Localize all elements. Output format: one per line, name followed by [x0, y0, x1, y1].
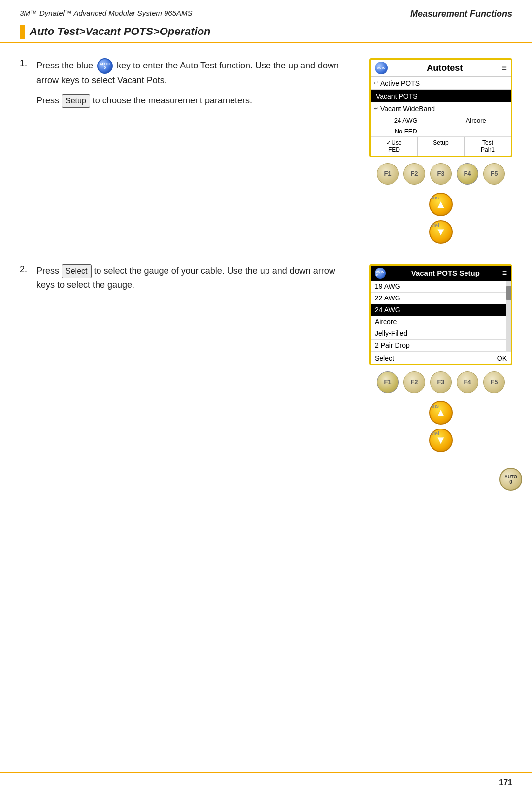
list-item-aircore[interactable]: Aircore [371, 316, 506, 328]
pair2-cell1: No FED [371, 126, 441, 136]
fkey-f1[interactable]: F1 [377, 163, 399, 185]
bottom-cell-2[interactable]: Setup [418, 137, 465, 156]
vacant-pots-screen: AUTO0 Vacant POTS Setup ≡ 19 AWG 22 AWG … [369, 264, 512, 365]
ok-button[interactable]: OK [497, 354, 507, 362]
autotest-bottom-bar: ✓Use FED Setup Test Pair1 [371, 137, 511, 156]
vacant-pots-header: AUTO0 Vacant POTS Setup ≡ [371, 266, 511, 281]
fkey2-f5[interactable]: F5 [483, 371, 505, 393]
step1-body: Press the blue AUTO0 key to enter the Au… [36, 58, 350, 115]
auto-side-button[interactable]: AUTO 0 [499, 468, 522, 491]
page-header: 3M™ Dynatel™ Advanced Modular System 965… [0, 0, 532, 24]
step1-text4: to choose the measurement parameters. [93, 96, 252, 105]
list-item-jelly[interactable]: Jelly-Filled [371, 328, 506, 340]
title-accent-bar [20, 25, 25, 39]
step1-text: 1. Press the blue AUTO0 key to enter the… [20, 58, 350, 250]
vacant-pots-menu-icon[interactable]: ≡ [502, 269, 507, 278]
arrows1: ins ▲ del ▼ [429, 191, 453, 246]
section1-right: AUTO Autotest ≡ ↵ Active POTS Vacant POT… [369, 58, 512, 250]
autotest-screen: AUTO Autotest ≡ ↵ Active POTS Vacant POT… [369, 58, 512, 157]
autotest-row-2[interactable]: Vacant POTS [371, 90, 511, 102]
bottom3-line1: Test [466, 139, 510, 146]
auto-icon: AUTO [375, 62, 388, 74]
down-arrow-button[interactable]: del ▼ [429, 220, 453, 244]
auto-icon-label: AUTO [377, 66, 386, 69]
step2-block: 2. Press Select to select the gauge of y… [20, 264, 350, 298]
row1-label: Active POTS [380, 79, 508, 87]
section2: 2. Press Select to select the gauge of y… [0, 255, 532, 458]
auto-side-num: 0 [509, 479, 512, 485]
page-footer: 171 [0, 772, 532, 792]
title-prefix: Auto Test>Vacant POTS> [30, 25, 160, 37]
fkeys-row-1: F1 F2 F3 F4 F5 [377, 163, 505, 185]
pair1-cell2: Aircore [441, 115, 511, 126]
list-item-24awg[interactable]: 24 AWG [371, 304, 506, 316]
fkey-f5[interactable]: F5 [483, 163, 505, 185]
scrollbar-thumb [506, 286, 511, 300]
autotest-pair-row2: No FED [371, 126, 511, 137]
step2-text1: Press [36, 266, 59, 276]
autotest-screen-header: AUTO Autotest ≡ [371, 60, 511, 77]
row1-icon: ↵ [374, 80, 378, 86]
up-arrow-button-2[interactable]: ins ▲ [429, 401, 453, 425]
title-bar: Auto Test>Vacant POTS>Operation [0, 24, 532, 43]
row3-icon: ↵ [374, 105, 378, 112]
list-item-2pair[interactable]: 2 Pair Drop [371, 340, 506, 352]
menu-icon[interactable]: ≡ [501, 63, 507, 73]
vacant-pots-title: Vacant POTS Setup [411, 269, 480, 277]
autotest-row-1: ↵ Active POTS [371, 77, 511, 90]
autotest-title: Autotest [388, 63, 501, 73]
select-button[interactable]: Select [375, 354, 394, 362]
list-item-19awg[interactable]: 19 AWG [371, 281, 506, 293]
step1-para1: Press the blue AUTO0 key to enter the Au… [36, 58, 350, 87]
fkey2-f3[interactable]: F3 [430, 371, 452, 393]
setup-button-inline[interactable]: Setup [62, 94, 90, 108]
pair2-cell2 [441, 126, 511, 136]
bottom1-line2: FED [372, 146, 416, 153]
fkey-f2[interactable]: F2 [403, 163, 425, 185]
autotest-row-3: ↵ Vacant WideBand [371, 102, 511, 115]
pair1-cell1: 24 AWG [371, 115, 441, 126]
step1-text1: Press the blue [36, 61, 93, 70]
auto-key-icon: AUTO0 [97, 58, 113, 74]
step1-block: 1. Press the blue AUTO0 key to enter the… [20, 58, 350, 115]
step2-para1: Press Select to select the gauge of your… [36, 264, 350, 292]
step1-number: 1. [20, 58, 32, 115]
bottom-cell-1[interactable]: ✓Use FED [371, 137, 418, 156]
section1: 1. Press the blue AUTO0 key to enter the… [0, 43, 532, 250]
fkeys-row-2: F1 F2 F3 F4 F5 [377, 371, 505, 393]
fkey2-f4[interactable]: F4 [457, 371, 478, 393]
header-product-name: 3M™ Dynatel™ Advanced Modular System 965… [20, 9, 192, 17]
bottom1-line1: ✓Use [372, 139, 416, 146]
bottom2-line2: Setup [419, 139, 463, 146]
row2-label: Vacant POTS [376, 92, 508, 100]
page-title: Auto Test>Vacant POTS>Operation [30, 25, 211, 38]
scrollbar[interactable] [506, 281, 511, 352]
fkey2-f2[interactable]: F2 [403, 371, 425, 393]
row3-label: Vacant WideBand [380, 105, 508, 113]
step2-text: 2. Press Select to select the gauge of y… [20, 264, 350, 458]
arrows2: ins ▲ del ▼ [429, 399, 453, 454]
step2-number: 2. [20, 264, 32, 298]
fkey-f4[interactable]: F4 [457, 163, 478, 185]
fkey-f3[interactable]: F3 [430, 163, 452, 185]
step1-text3: Press [36, 96, 59, 105]
title-bold: Operation [160, 25, 211, 37]
select-button-inline[interactable]: Select [62, 264, 91, 278]
step2-body: Press Select to select the gauge of your… [36, 264, 350, 298]
down-arrow-button-2[interactable]: del ▼ [429, 429, 453, 452]
vacant-pots-bottom: Select OK [371, 352, 511, 364]
bottom3-line2: Pair1 [466, 146, 510, 153]
fkey2-f1[interactable]: F1 [377, 371, 399, 393]
up-arrow-button[interactable]: ins ▲ [429, 193, 453, 216]
list-item-22awg[interactable]: 22 AWG [371, 293, 506, 304]
vacant-pots-list-container: 19 AWG 22 AWG 24 AWG Aircore Jelly-Fille… [371, 281, 511, 352]
auto-side-label: AUTO [504, 474, 517, 479]
header-section-title: Measurement Functions [410, 9, 512, 19]
auto-icon-2: AUTO0 [375, 268, 386, 279]
page-number: 171 [499, 778, 512, 787]
section2-right: AUTO0 Vacant POTS Setup ≡ 19 AWG 22 AWG … [369, 264, 512, 458]
bottom-cell-3[interactable]: Test Pair1 [465, 137, 511, 156]
vacant-pots-list: 19 AWG 22 AWG 24 AWG Aircore Jelly-Fille… [371, 281, 506, 352]
step1-para2: Press Setup to choose the measurement pa… [36, 94, 350, 108]
autotest-pair-row1: 24 AWG Aircore [371, 115, 511, 126]
